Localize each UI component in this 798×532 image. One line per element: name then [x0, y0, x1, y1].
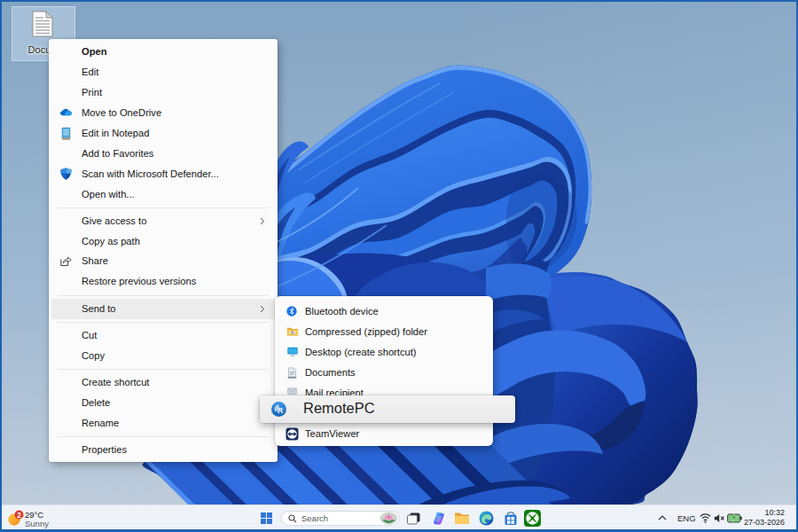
svg-text:2: 2 — [17, 511, 21, 520]
svg-text:R: R — [278, 406, 283, 415]
